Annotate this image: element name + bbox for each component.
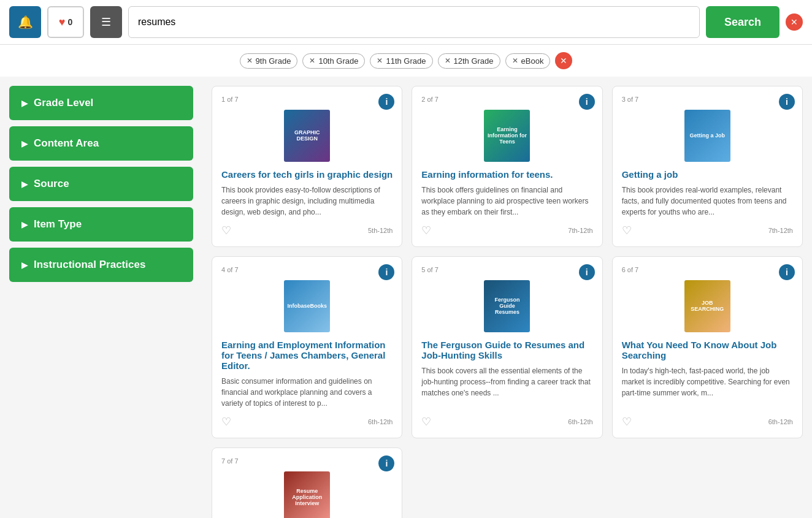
card-3: 3 of 7 i Getting a Job Getting a job Thi…	[612, 86, 803, 247]
card-6-cover: JOB SEARCHING	[684, 280, 730, 332]
filter-tag-10th[interactable]: ✕ 10th Grade	[302, 53, 365, 69]
sidebar-item-instructional-practices[interactable]: ▶ Instructional Practices	[9, 248, 193, 282]
sidebar-item-grade-level[interactable]: ▶ Grade Level	[9, 86, 193, 120]
card-7-info-button[interactable]: i	[378, 455, 394, 471]
cards-grid: 1 of 7 i GRAPHIC DESIGN Careers for tech…	[212, 86, 803, 438]
card-5: 5 of 7 i Ferguson Guide Resumes The Ferg…	[412, 256, 602, 438]
card-5-footer: ♡ 6th-12th	[421, 415, 592, 428]
card-3-grade: 7th-12th	[768, 227, 793, 234]
card-2-grade: 7th-12th	[568, 227, 592, 234]
card-2-favorite-button[interactable]: ♡	[421, 224, 431, 237]
card-3-cover: Getting a Job	[684, 110, 730, 162]
chevron-right-icon: ▶	[21, 261, 28, 270]
chevron-right-icon: ▶	[21, 180, 28, 189]
remove-11th-icon: ✕	[377, 56, 383, 65]
favorites-count: 0	[67, 17, 72, 27]
card-2-thumbnail: Earning Information for Teens	[483, 108, 532, 163]
list-button[interactable]: ☰	[90, 6, 122, 38]
filter-tag-ebook[interactable]: ✕ eBook	[505, 53, 551, 69]
remove-12th-icon: ✕	[445, 56, 451, 65]
card-6-footer: ♡ 6th-12th	[622, 415, 793, 428]
filter-tag-12th[interactable]: ✕ 12th Grade	[438, 53, 500, 69]
bell-icon: 🔔	[18, 15, 33, 29]
filter-tag-9th[interactable]: ✕ 9th Grade	[240, 53, 298, 69]
card-4-thumbnail: InfobaseBooks	[283, 278, 332, 333]
content-area: 1 of 7 i GRAPHIC DESIGN Careers for tech…	[202, 77, 812, 518]
heart-icon: ♥	[59, 16, 66, 29]
card-1-title: Careers for tech girls in graphic design	[221, 169, 393, 180]
remove-10th-icon: ✕	[309, 56, 315, 65]
card-5-counter: 5 of 7	[421, 266, 592, 273]
card-3-counter: 3 of 7	[622, 96, 793, 103]
card-5-info-button[interactable]: i	[579, 264, 595, 280]
card-6-info-button[interactable]: i	[779, 264, 795, 280]
card-2-cover: Earning Information for Teens	[484, 110, 530, 162]
sidebar-item-instructional-practices-label: Instructional Practices	[34, 259, 145, 271]
card-2-info-button[interactable]: i	[579, 94, 595, 110]
list-icon: ☰	[101, 15, 111, 29]
card-4-title: Earning and Employment Information for T…	[221, 340, 393, 371]
sidebar-item-content-area[interactable]: ▶ Content Area	[9, 126, 193, 161]
card-3-footer: ♡ 7th-12th	[622, 224, 793, 237]
cards-row-3: 7 of 7 i Resume Application Interview Ac…	[212, 448, 803, 518]
card-5-favorite-button[interactable]: ♡	[421, 415, 431, 428]
filter-tag-11th[interactable]: ✕ 11th Grade	[370, 53, 432, 69]
card-3-info-button[interactable]: i	[779, 94, 795, 110]
sidebar-item-item-type-label: Item Type	[34, 218, 82, 230]
card-7-cover: Resume Application Interview	[284, 471, 330, 519]
sidebar-item-grade-level-label: Grade Level	[34, 97, 93, 109]
card-3-thumbnail: Getting a Job	[683, 108, 732, 163]
main-layout: ▶ Grade Level ▶ Content Area ▶ Source ▶ …	[0, 77, 812, 518]
card-1-favorite-button[interactable]: ♡	[221, 224, 231, 237]
card-4: 4 of 7 i InfobaseBooks Earning and Emplo…	[212, 256, 402, 438]
filter-tag-10th-label: 10th Grade	[318, 56, 358, 66]
card-2: 2 of 7 i Earning Information for Teens E…	[412, 86, 602, 247]
card-3-title: Getting a job	[622, 169, 793, 180]
card-4-footer: ♡ 6th-12th	[221, 415, 393, 428]
card-4-counter: 4 of 7	[221, 266, 393, 273]
filter-tag-12th-label: 12th Grade	[454, 56, 494, 66]
sidebar-item-content-area-label: Content Area	[34, 137, 99, 150]
card-1-footer: ♡ 5th-12th	[221, 224, 393, 237]
chevron-right-icon: ▶	[21, 99, 28, 108]
search-button[interactable]: Search	[706, 6, 779, 38]
card-5-title: The Ferguson Guide to Resumes and Job-Hu…	[421, 340, 592, 360]
card-6-thumbnail: JOB SEARCHING	[683, 278, 732, 333]
card-4-info-button[interactable]: i	[378, 264, 394, 280]
card-1: 1 of 7 i GRAPHIC DESIGN Careers for tech…	[212, 86, 402, 247]
remove-9th-icon: ✕	[247, 56, 253, 65]
card-1-desc: This book provides easy-to-follow descri…	[221, 185, 393, 218]
clear-filters-button[interactable]: ✕	[555, 52, 572, 69]
card-5-thumbnail: Ferguson Guide Resumes	[483, 278, 532, 333]
card-7-thumbnail: Resume Application Interview	[283, 470, 332, 518]
card-4-cover: InfobaseBooks	[284, 280, 330, 332]
remove-ebook-icon: ✕	[512, 56, 518, 65]
card-1-info-button[interactable]: i	[378, 94, 394, 110]
card-2-counter: 2 of 7	[421, 96, 592, 103]
card-1-cover: GRAPHIC DESIGN	[284, 110, 330, 162]
card-6-title: What You Need To Know About Job Searchin…	[622, 340, 793, 360]
card-3-favorite-button[interactable]: ♡	[622, 224, 632, 237]
sidebar: ▶ Grade Level ▶ Content Area ▶ Source ▶ …	[0, 77, 202, 518]
bell-button[interactable]: 🔔	[9, 6, 41, 38]
card-6-counter: 6 of 7	[622, 266, 793, 273]
card-5-desc: This book covers all the essential eleme…	[421, 365, 592, 409]
clear-all-button[interactable]: ✕	[786, 13, 803, 31]
card-3-desc: This book provides real-world examples, …	[622, 185, 793, 218]
sidebar-item-source[interactable]: ▶ Source	[9, 167, 193, 201]
card-6-grade: 6th-12th	[768, 418, 793, 425]
filter-tag-11th-label: 11th Grade	[386, 56, 426, 66]
header: 🔔 ♥ 0 ☰ Search ✕	[0, 0, 812, 45]
sidebar-item-item-type[interactable]: ▶ Item Type	[9, 207, 193, 242]
card-5-grade: 6th-12th	[568, 418, 592, 425]
filter-tags-bar: ✕ 9th Grade ✕ 10th Grade ✕ 11th Grade ✕ …	[0, 45, 812, 77]
card-1-grade: 5th-12th	[368, 227, 393, 234]
card-1-counter: 1 of 7	[221, 96, 393, 103]
chevron-right-icon: ▶	[21, 139, 28, 148]
card-4-grade: 6th-12th	[368, 418, 393, 425]
sidebar-item-source-label: Source	[34, 178, 69, 190]
search-input[interactable]	[128, 6, 700, 38]
card-4-favorite-button[interactable]: ♡	[221, 415, 231, 428]
favorites-button[interactable]: ♥ 0	[47, 6, 84, 38]
card-6-favorite-button[interactable]: ♡	[622, 415, 632, 428]
